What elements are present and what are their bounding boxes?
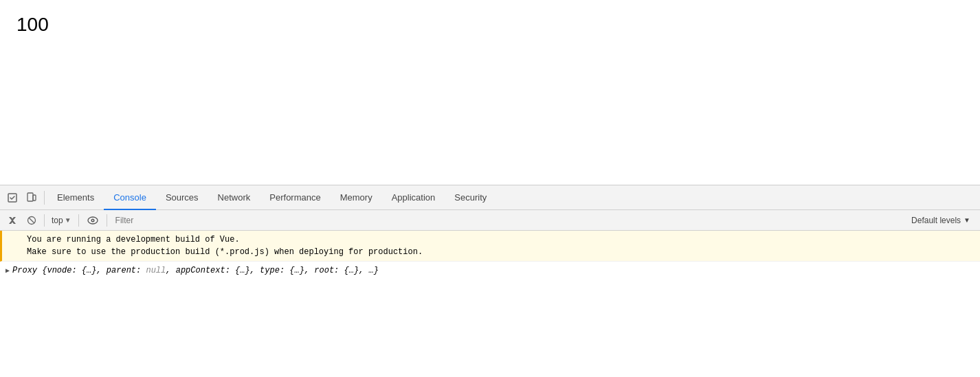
svg-rect-1 — [27, 193, 33, 201]
svg-point-8 — [92, 220, 93, 221]
tab-application[interactable]: Application — [382, 185, 445, 210]
log-levels-btn[interactable]: Default levels ▼ — [906, 212, 976, 229]
proxy-object-row[interactable]: ▶ Proxy {vnode: {…}, parent: null, appCo… — [0, 262, 980, 279]
clear-console-btn[interactable] — [4, 212, 21, 229]
console-toolbar: top ▼ Default levels ▼ — [0, 210, 980, 231]
device-toggle-btn[interactable] — [22, 188, 41, 207]
context-selector[interactable]: top ▼ — [49, 212, 74, 229]
devtools-panel: Elements Console Sources Network Perform… — [0, 185, 980, 377]
svg-line-5 — [29, 218, 34, 223]
inspect-icon-btn[interactable] — [3, 188, 22, 207]
toolbar-divider-2 — [78, 214, 79, 227]
devtools-tab-bar: Elements Console Sources Network Perform… — [0, 185, 980, 210]
page-content: 100 — [0, 0, 980, 185]
tab-network[interactable]: Network — [208, 185, 260, 210]
svg-marker-3 — [9, 217, 16, 224]
tab-elements[interactable]: Elements — [47, 185, 104, 210]
expand-icon: ▶ — [5, 266, 10, 275]
block-requests-btn[interactable] — [23, 212, 40, 229]
live-expressions-btn[interactable] — [83, 212, 102, 229]
toolbar-divider-3 — [107, 214, 107, 227]
tab-console[interactable]: Console — [104, 185, 156, 210]
tab-performance[interactable]: Performance — [260, 185, 330, 210]
proxy-object-text: Proxy {vnode: {…}, parent: null, appCont… — [12, 266, 379, 275]
svg-rect-2 — [33, 195, 36, 201]
context-dropdown-arrow: ▼ — [65, 216, 71, 224]
null-value: null — [146, 266, 166, 275]
tab-security[interactable]: Security — [445, 185, 496, 210]
tab-divider — [44, 191, 45, 205]
console-output: You are running a development build of V… — [0, 231, 980, 377]
vue-warning-message: You are running a development build of V… — [0, 231, 980, 262]
toolbar-divider — [44, 214, 45, 227]
tab-memory[interactable]: Memory — [331, 185, 382, 210]
filter-input[interactable] — [111, 212, 903, 229]
levels-dropdown-arrow: ▼ — [964, 216, 970, 224]
page-number: 100 — [16, 14, 49, 35]
tab-sources[interactable]: Sources — [156, 185, 208, 210]
